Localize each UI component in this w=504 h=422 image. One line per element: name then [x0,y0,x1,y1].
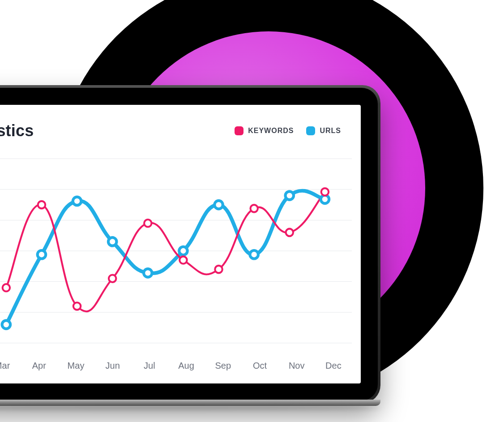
x-tick: Apr [21,361,57,371]
x-tick: Dec [315,361,352,371]
laptop-screen: tistics KEYWORDS URLS [0,105,361,383]
data-point[interactable] [214,201,222,209]
data-point[interactable] [144,269,152,277]
x-tick: Nov [278,361,315,371]
data-point[interactable] [38,201,45,208]
legend-label-urls: URLS [320,127,341,135]
data-point[interactable] [144,220,151,227]
scene: tistics KEYWORDS URLS [0,0,504,422]
data-point[interactable] [250,205,257,212]
data-point[interactable] [179,256,187,263]
legend-swatch-urls [306,126,315,135]
x-tick: Aug [168,361,205,371]
data-point[interactable] [321,188,329,195]
data-point[interactable] [109,275,116,282]
chart-plot-area [0,154,352,348]
statistics-chart: tistics KEYWORDS URLS [0,105,361,383]
chart-svg [0,154,352,348]
legend-item-urls[interactable]: URLS [306,126,341,135]
data-point[interactable] [250,250,258,259]
data-point[interactable] [286,191,294,200]
legend-swatch-keywords [235,126,243,135]
x-tick: Mar [0,361,21,371]
x-tick: Sep [205,361,241,371]
x-tick: May [57,361,94,371]
data-point[interactable] [38,250,46,259]
laptop-base [0,400,380,406]
x-tick: Jun [94,361,131,371]
data-point[interactable] [73,197,81,206]
series-line-keywords [6,192,325,311]
legend-item-keywords[interactable]: KEYWORDS [235,126,294,135]
x-tick: Oct [241,361,278,371]
data-point[interactable] [108,237,116,246]
x-tick: Jul [131,361,168,371]
chart-title: tistics [0,121,34,140]
chart-header: tistics KEYWORDS URLS [0,118,349,143]
series-line-urls [6,191,325,325]
data-point[interactable] [215,266,222,273]
chart-legend: KEYWORDS URLS [235,126,341,135]
data-point[interactable] [73,302,81,310]
data-point[interactable] [3,284,10,291]
laptop-frame: tistics KEYWORDS URLS [0,85,380,403]
data-point[interactable] [2,320,10,329]
data-point[interactable] [179,247,187,255]
laptop-bezel: tistics KEYWORDS URLS [0,88,378,400]
data-point[interactable] [286,229,293,236]
chart-gridlines [0,159,352,343]
legend-label-keywords: KEYWORDS [248,127,294,135]
chart-x-axis: Mar Apr May Jun Jul Aug Sep Oct Nov Dec [0,361,352,371]
